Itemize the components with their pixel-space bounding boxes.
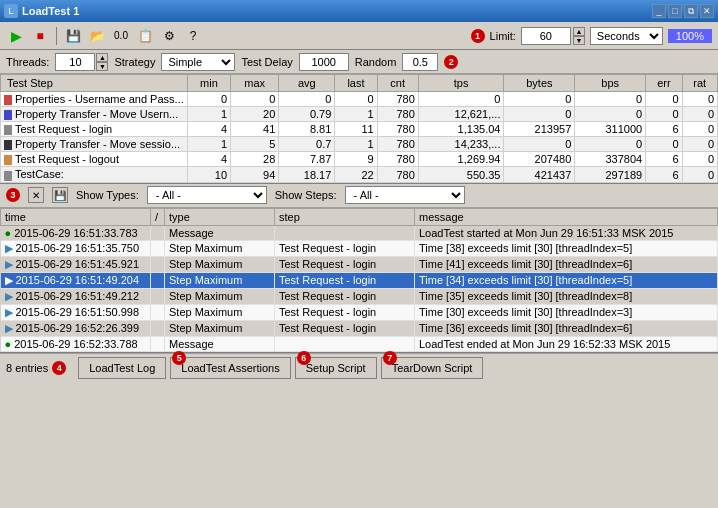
data-table-row[interactable]: Test Request - logout 4 28 7.87 9 780 1,… — [1, 152, 718, 167]
threads-up-button[interactable]: ▲ — [96, 53, 108, 62]
minimize-button[interactable]: _ — [652, 4, 666, 18]
show-types-select[interactable]: - All - — [147, 186, 267, 204]
log-type: Step Maximum — [165, 256, 275, 272]
log-type: Step Maximum — [165, 288, 275, 304]
restore-button[interactable]: ⧉ — [684, 4, 698, 18]
log-table-row[interactable]: ▶2015-06-29 16:51:50.998 Step Maximum Te… — [1, 304, 718, 320]
save-button[interactable]: 💾 — [63, 26, 83, 46]
log-step: Test Request - login — [275, 256, 415, 272]
row-bytes: 213957 — [504, 122, 575, 137]
log-step — [275, 225, 415, 240]
row-rat: 0 — [682, 167, 717, 182]
log-clear-button[interactable]: ✕ — [28, 187, 44, 203]
row-avg: 8.81 — [279, 122, 335, 137]
limit-label: Limit: — [490, 30, 516, 42]
log-col-step[interactable]: step — [275, 208, 415, 225]
tab-loadtest-log[interactable]: LoadTest Log — [78, 357, 166, 379]
row-err: 6 — [646, 167, 682, 182]
log-col-time[interactable]: time — [1, 208, 151, 225]
data-table-row[interactable]: Property Transfer - Move sessio... 1 5 0… — [1, 137, 718, 152]
log-table-row[interactable]: ▶2015-06-29 16:51:49.204 Step Maximum Te… — [1, 272, 718, 288]
delay-label: Test Delay — [241, 56, 292, 68]
log-col-sort[interactable]: / — [151, 208, 165, 225]
log-col-message[interactable]: message — [415, 208, 718, 225]
log-time: ▶2015-06-29 16:51:49.212 — [1, 288, 151, 304]
row-min: 1 — [187, 137, 230, 152]
log-time: ▶2015-06-29 16:52:26.399 — [1, 320, 151, 336]
stop-button[interactable]: ■ — [30, 26, 50, 46]
tab-loadtest-assertions[interactable]: LoadTest Assertions — [170, 357, 290, 379]
row-last: 0 — [335, 92, 377, 107]
log-save-button[interactable]: 💾 — [52, 187, 68, 203]
help-button[interactable]: ? — [183, 26, 203, 46]
col-tps: tps — [418, 75, 504, 92]
title-bar-controls[interactable]: _ □ ⧉ ✕ — [652, 4, 714, 18]
log-step: Test Request - login — [275, 304, 415, 320]
data-table-section: Test Step min max avg last cnt tps bytes… — [0, 74, 718, 184]
settings-button[interactable]: ⚙ — [159, 26, 179, 46]
export-button[interactable]: 📋 — [135, 26, 155, 46]
log-step: Test Request - login — [275, 272, 415, 288]
log-step — [275, 336, 415, 351]
random-input[interactable] — [402, 53, 438, 71]
row-max: 20 — [231, 107, 279, 122]
log-message: Time [35] exceeds limit [30] [threadInde… — [415, 288, 718, 304]
col-max: max — [231, 75, 279, 92]
log-sort — [151, 288, 165, 304]
limit-unit-select[interactable]: Seconds Minutes Hours Requests — [590, 27, 663, 45]
badge-6: 6 — [297, 351, 311, 365]
row-tps: 0 — [418, 92, 504, 107]
limit-spinner: ▲ ▼ — [573, 27, 585, 45]
row-rat: 0 — [682, 152, 717, 167]
row-bytes: 0 — [504, 137, 575, 152]
play-button[interactable]: ▶ — [6, 26, 26, 46]
strategy-label: Strategy — [114, 56, 155, 68]
limit-down-button[interactable]: ▼ — [573, 36, 585, 45]
data-table-row[interactable]: Property Transfer - Move Usern... 1 20 0… — [1, 107, 718, 122]
log-message: Time [30] exceeds limit [30] [threadInde… — [415, 304, 718, 320]
row-tps: 1,269.94 — [418, 152, 504, 167]
data-table-row[interactable]: TestCase: 10 94 18.17 22 780 550.35 4214… — [1, 167, 718, 182]
row-bytes: 207480 — [504, 152, 575, 167]
limit-section: 1 Limit: ▲ ▼ Seconds Minutes Hours Reque… — [471, 27, 712, 45]
log-time: ▶2015-06-29 16:51:49.204 — [1, 272, 151, 288]
row-avg: 0 — [279, 92, 335, 107]
threads-down-button[interactable]: ▼ — [96, 62, 108, 71]
row-tps: 1,135.04 — [418, 122, 504, 137]
log-sort — [151, 304, 165, 320]
log-table-row[interactable]: ▶2015-06-29 16:52:26.399 Step Maximum Te… — [1, 320, 718, 336]
data-table-row[interactable]: Properties - Username and Pass... 0 0 0 … — [1, 92, 718, 107]
log-message: Time [41] exceeds limit [30] [threadInde… — [415, 256, 718, 272]
delay-input[interactable] — [299, 53, 349, 71]
log-table-row[interactable]: ●2015-06-29 16:51:33.783 Message LoadTes… — [1, 225, 718, 240]
log-table-body: ●2015-06-29 16:51:33.783 Message LoadTes… — [1, 225, 718, 351]
col-bps: bps — [575, 75, 646, 92]
close-button[interactable]: ✕ — [700, 4, 714, 18]
log-col-type[interactable]: type — [165, 208, 275, 225]
log-table-row[interactable]: ●2015-06-29 16:52:33.788 Message LoadTes… — [1, 336, 718, 351]
row-bytes: 421437 — [504, 167, 575, 182]
row-tps: 550.35 — [418, 167, 504, 182]
log-filter-row: 3 ✕ 💾 Show Types: - All - Show Steps: - … — [0, 184, 718, 208]
toolbar-separator-1 — [56, 27, 57, 45]
log-table-row[interactable]: ▶2015-06-29 16:51:35.750 Step Maximum Te… — [1, 240, 718, 256]
row-name: Property Transfer - Move Usern... — [1, 107, 188, 122]
log-table-row[interactable]: ▶2015-06-29 16:51:45.921 Step Maximum Te… — [1, 256, 718, 272]
limit-up-button[interactable]: ▲ — [573, 27, 585, 36]
app-icon: L — [4, 4, 18, 18]
open-button[interactable]: 📂 — [87, 26, 107, 46]
row-cnt: 780 — [377, 137, 418, 152]
row-name: Property Transfer - Move sessio... — [1, 137, 188, 152]
show-steps-select[interactable]: - All - — [345, 186, 465, 204]
row-avg: 0.7 — [279, 137, 335, 152]
data-table: Test Step min max avg last cnt tps bytes… — [0, 74, 718, 183]
row-last: 11 — [335, 122, 377, 137]
strategy-select[interactable]: Simple Burst Ramp-Up — [161, 53, 235, 71]
log-message: LoadTest started at Mon Jun 29 16:51:33 … — [415, 225, 718, 240]
data-table-row[interactable]: Test Request - login 4 41 8.81 11 780 1,… — [1, 122, 718, 137]
threads-input[interactable] — [55, 53, 95, 71]
log-table-row[interactable]: ▶2015-06-29 16:51:49.212 Step Maximum Te… — [1, 288, 718, 304]
maximize-button[interactable]: □ — [668, 4, 682, 18]
log-type: Step Maximum — [165, 272, 275, 288]
limit-value-input[interactable] — [521, 27, 571, 45]
